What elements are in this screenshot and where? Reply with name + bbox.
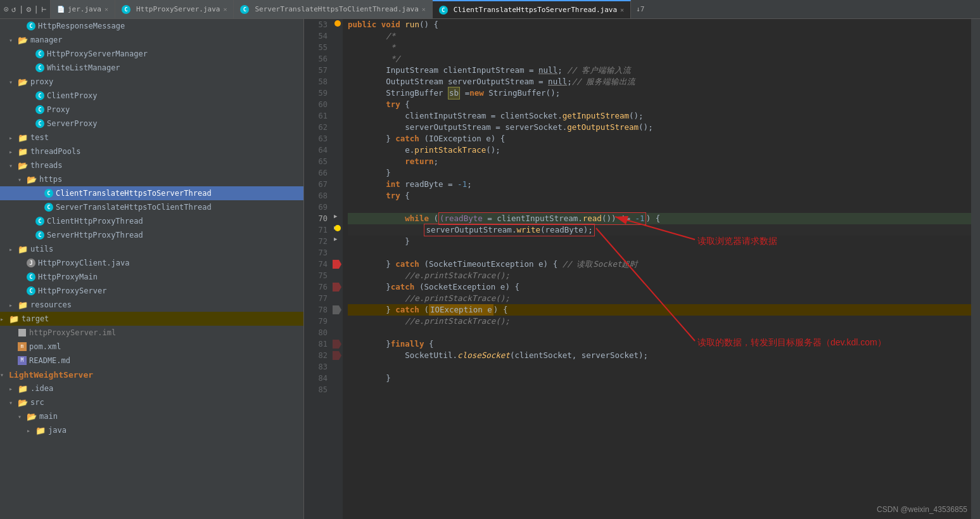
tree-item-whitelistmanager[interactable]: C WhiteListManager (0, 61, 303, 75)
tab-jer[interactable]: 📄 jer.java ✕ (51, 0, 115, 18)
tab-httpproxyserver[interactable]: C HttpProxyServer.java ✕ (115, 0, 234, 18)
ln-68: 68 (309, 190, 328, 202)
tree-item-httpproxyclient[interactable]: J HttpProxyClient.java (0, 256, 303, 270)
tree-item-java[interactable]: 📁 java (0, 423, 303, 437)
editor-area: 53 54 55 56 57 58 59 60 61 62 63 64 65 6… (304, 19, 980, 519)
arrow-idea (9, 385, 18, 392)
svg-point-1 (334, 20, 341, 27)
tree-item-https[interactable]: 📂 https (0, 172, 303, 186)
separator: | (19, 4, 24, 14)
label-threads: threads (30, 161, 63, 170)
ln-67: 67 (309, 179, 328, 190)
gutter-bulb-71 (334, 224, 341, 234)
gutter-marker-74 (333, 259, 341, 272)
code-line-78: } catch ( IOException e ) { (348, 304, 971, 316)
folder-icon-target: 📁 (9, 314, 19, 324)
folder-icon-test: 📁 (18, 133, 28, 143)
tree-item-proxy[interactable]: C Proxy (0, 103, 303, 117)
tree-item-servertranslatehttps[interactable]: C ServerTranslateHttpsToClientThread (0, 200, 303, 214)
tree-item-threadpools[interactable]: 📁 threadPools (0, 144, 303, 158)
ln-53: 53 (309, 19, 328, 30)
tree-item-idea[interactable]: 📁 .idea (0, 381, 303, 395)
tree-item-test[interactable]: 📁 test (0, 131, 303, 144)
svg-marker-4 (333, 283, 341, 292)
java-icon-clienttranslatehttps: C (44, 189, 53, 198)
tab-servertranslate[interactable]: C ServerTranslateHttpsToClientThread.jav… (234, 0, 432, 18)
ln-76: 76 (309, 281, 328, 293)
arrow-test (9, 134, 18, 141)
java-icon-serverproxy: C (35, 119, 44, 128)
line-numbers: 53 54 55 56 57 58 59 60 61 62 63 64 65 6… (304, 19, 333, 519)
tree-item-threads[interactable]: 📂 threads (0, 158, 303, 172)
ln-56: 56 (309, 53, 328, 65)
tree-item-main[interactable]: 📂 main (0, 409, 303, 423)
ln-66: 66 (309, 167, 328, 179)
tab-overflow[interactable]: ↓7 (631, 5, 649, 13)
tree-item-clienthttpproxythread[interactable]: C ClientHttpProxyThread (0, 214, 303, 228)
tree-item-clientproxy[interactable]: C ClientProxy (0, 89, 303, 103)
folder-icon-java: 📁 (35, 426, 46, 435)
tree-item-src[interactable]: 📂 src (0, 395, 303, 409)
tab-httpproxyserver-icon: C (122, 5, 130, 14)
tree-item-serverproxy[interactable]: C ServerProxy (0, 117, 303, 131)
tree-item-httpproxymain[interactable]: C HttpProxyMain (0, 270, 303, 284)
label-proxy: Proxy (47, 105, 70, 114)
label-main: main (39, 412, 58, 421)
tree-item-utils[interactable]: 📁 utils (0, 242, 303, 256)
tree-item-httpresponsemessage[interactable]: C HttpResponseMessage (0, 19, 303, 33)
ln-57: 57 (309, 65, 328, 76)
tree-item-resources[interactable]: 📁 resources (0, 298, 303, 312)
tree-item-serverhttpproxythread[interactable]: C ServerHttpProxyThread (0, 228, 303, 242)
folder-icon-proxy: 📂 (18, 77, 28, 87)
ln-85: 85 (309, 384, 328, 395)
build-icon[interactable]: ⚙ (26, 4, 31, 14)
label-utils: utils (30, 245, 53, 253)
tree-item-pom-xml[interactable]: m pom.xml (0, 340, 303, 354)
code-lines[interactable]: public void run () { /* * (343, 19, 971, 519)
gutter-53 (334, 20, 341, 27)
tab-servertranslate-close[interactable]: ✕ (422, 6, 426, 13)
label-httpproxyserver: HttpProxyServer (38, 286, 106, 295)
code-line-67: int readByte = -1 ; (348, 179, 971, 190)
code-line-56: */ (348, 53, 971, 65)
tree-item-clienttranslatehttps[interactable]: C ClientTranslateHttpsToServerThread (0, 186, 303, 200)
code-line-81: } finally { (348, 338, 971, 350)
tab-httpproxyserver-close[interactable]: ✕ (223, 6, 227, 13)
svg-marker-7 (333, 351, 341, 360)
ln-78: 78 (309, 304, 328, 316)
folder-icon-main: 📂 (27, 412, 37, 421)
arrow-manager (9, 37, 18, 44)
ln-75: 75 (309, 270, 328, 281)
arrow-main (18, 413, 27, 420)
debug-icon[interactable]: ⊢ (41, 4, 46, 14)
refresh-icon[interactable]: ↺ (11, 4, 16, 14)
tree-item-target[interactable]: 📁 target (0, 312, 303, 326)
tree-item-httpproxyserver-iml[interactable]: httpProxyServer.iml (0, 326, 303, 340)
tab-servertranslate-icon: C (240, 5, 249, 14)
md-icon-readme: M (18, 356, 27, 365)
ln-60: 60 (309, 99, 328, 110)
tree-item-proxy-folder[interactable]: 📂 proxy (0, 75, 303, 89)
tree-item-lightweightserver[interactable]: LightWeightServer (0, 368, 303, 381)
label-idea: .idea (30, 384, 53, 393)
ln-81: 81 (309, 338, 328, 350)
arrow-proxy-folder (9, 79, 18, 86)
gutter-marker-78 (333, 304, 341, 317)
settings-icon[interactable]: ⊙ (4, 4, 9, 14)
label-httpproxyserver-iml: httpProxyServer.iml (29, 328, 116, 337)
java-icon-serverhttpproxythread: C (35, 231, 44, 240)
code-line-66: } (348, 167, 971, 179)
tab-bar-tools: ⊙ ↺ | ⚙ | ⊢ (0, 0, 51, 18)
tree-item-httpproxyservermanager[interactable]: C HttpProxyServerManager (0, 47, 303, 61)
code-line-65: return ; (348, 156, 971, 167)
tab-clienttranslate-close[interactable]: ✕ (620, 6, 624, 13)
java-icon-httpproxyserver: C (27, 286, 35, 295)
code-line-84: } (348, 373, 971, 384)
tab-clienttranslate[interactable]: C ClientTranslateHttpsToServerThread.jav… (433, 0, 631, 18)
tree-item-httpproxyserver[interactable]: C HttpProxyServer (0, 284, 303, 298)
tab-jer-close[interactable]: ✕ (105, 6, 108, 13)
tree-item-readme[interactable]: M README.md (0, 354, 303, 368)
tree-item-manager[interactable]: 📂 manager (0, 33, 303, 47)
tab-httpproxyserver-label: HttpProxyServer.java (136, 5, 220, 13)
code-line-62: serverOutputStream = serverSocket. getOu… (348, 122, 971, 133)
